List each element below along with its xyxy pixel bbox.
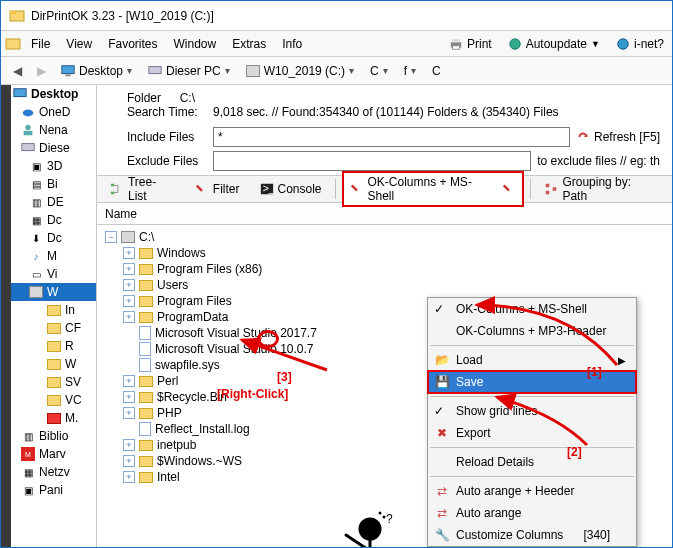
- sidebar-item[interactable]: ⬇Dc: [11, 229, 96, 247]
- expand-icon[interactable]: +: [123, 263, 135, 275]
- collapse-icon[interactable]: −: [105, 231, 117, 243]
- treelist-button[interactable]: Tree-List: [103, 172, 182, 206]
- grouping-button[interactable]: Grouping by: Path: [537, 172, 666, 206]
- menu-window[interactable]: Window: [166, 33, 225, 55]
- columns-dropdown-button[interactable]: OK-Columns + MS-Shell: [342, 171, 525, 207]
- tree-item[interactable]: +Users: [105, 277, 672, 293]
- sidebar-item[interactable]: ▥DE: [11, 193, 96, 211]
- sidebar-item[interactable]: Nena: [11, 121, 96, 139]
- sidebar-item[interactable]: ▦Dc: [11, 211, 96, 229]
- menubar: File View Favorites Window Extras Info P…: [1, 31, 672, 57]
- col-name[interactable]: Name: [105, 207, 137, 221]
- sidebar-item[interactable]: ▤Bi: [11, 175, 96, 193]
- expand-icon[interactable]: +: [123, 247, 135, 259]
- sidebar-item[interactable]: ▦Netzv: [11, 463, 96, 481]
- crumb-desktop[interactable]: Desktop▾: [55, 62, 138, 80]
- columns-context-menu: ✓OK-Columns + MS-Shell OK-Columns + MP3-…: [427, 297, 637, 547]
- menu-view[interactable]: View: [58, 33, 100, 55]
- tree-item-label: $Recycle.Bin: [157, 390, 227, 404]
- menu-file[interactable]: File: [23, 33, 58, 55]
- cloud-icon: [21, 105, 35, 119]
- expand-icon[interactable]: +: [123, 391, 135, 403]
- expand-icon[interactable]: +: [123, 439, 135, 451]
- sidebar-item[interactable]: SV: [11, 373, 96, 391]
- expand-icon[interactable]: +: [123, 407, 135, 419]
- save-icon: 💾: [434, 375, 450, 389]
- tree-root[interactable]: − C:\: [105, 229, 672, 245]
- print-button[interactable]: Print: [445, 35, 496, 53]
- sidebar-item[interactable]: R: [11, 337, 96, 355]
- filter-area: Include Files Refresh [F5] Exclude Files…: [97, 125, 672, 175]
- expand-icon[interactable]: +: [123, 279, 135, 291]
- sidebar-item[interactable]: MMarv: [11, 445, 96, 463]
- ctx-load[interactable]: 📂Load▶: [428, 349, 636, 371]
- svg-rect-9: [65, 74, 70, 76]
- refresh-button[interactable]: Refresh [F5]: [576, 130, 660, 144]
- sidebar-item[interactable]: W: [11, 355, 96, 373]
- ctx-customize[interactable]: 🔧Customize Columns[340]: [428, 524, 636, 546]
- sidebar-item[interactable]: ▥Biblio: [11, 427, 96, 445]
- tree-item-label: Microsoft Visual Studio 10.0.7: [155, 342, 314, 356]
- svg-rect-20: [546, 184, 549, 187]
- expand-icon[interactable]: +: [123, 311, 135, 323]
- separator: [430, 396, 634, 397]
- sidebar[interactable]: Desktop OneD Nena Diese ▣3D ▤Bi ▥DE ▦Dc …: [1, 85, 97, 547]
- crumb-c[interactable]: C: [426, 62, 447, 80]
- sidebar-item-desktop[interactable]: Desktop: [11, 85, 96, 103]
- library-icon: ▥: [21, 429, 35, 443]
- menu-extras[interactable]: Extras: [224, 33, 274, 55]
- sidebar-item-selected[interactable]: W: [11, 283, 96, 301]
- sidebar-item[interactable]: ▭Vi: [11, 265, 96, 283]
- sidebar-item[interactable]: Diese: [11, 139, 96, 157]
- download-icon: ⬇: [29, 231, 43, 245]
- menu-favorites[interactable]: Favorites: [100, 33, 165, 55]
- ctx-ok-mp3[interactable]: OK-Columns + MP3-Header: [428, 320, 636, 342]
- sidebar-item[interactable]: ♪M: [11, 247, 96, 265]
- crumb-drive[interactable]: W10_2019 (C:)▾: [240, 62, 360, 80]
- sidebar-item[interactable]: VC: [11, 391, 96, 409]
- sidebar-scrollbar[interactable]: [1, 85, 11, 547]
- ctx-export[interactable]: ✖Export: [428, 422, 636, 444]
- sidebar-item[interactable]: ▣3D: [11, 157, 96, 175]
- drive-icon: [121, 231, 135, 243]
- sidebar-item[interactable]: CF: [11, 319, 96, 337]
- menu-info[interactable]: Info: [274, 33, 310, 55]
- folder-icon: [139, 472, 153, 483]
- file-icon: [139, 342, 151, 356]
- tree-item[interactable]: +Windows: [105, 245, 672, 261]
- ctx-reload[interactable]: Reload Details: [428, 451, 636, 473]
- ctx-ok-msshell[interactable]: ✓OK-Columns + MS-Shell: [428, 298, 636, 320]
- view-toolbar: Tree-List Filter >_ Console OK-Columns +…: [97, 175, 672, 203]
- ctx-autoarrange-header[interactable]: ⇄Auto arange + Heeder: [428, 480, 636, 502]
- include-input[interactable]: [213, 127, 570, 147]
- window-title: DirPrintOK 3.23 - [W10_2019 (C:)]: [31, 9, 214, 23]
- globe-icon: [508, 37, 522, 51]
- sidebar-item[interactable]: OneD: [11, 103, 96, 121]
- expand-icon[interactable]: +: [123, 471, 135, 483]
- sidebar-item[interactable]: In: [11, 301, 96, 319]
- crumb-f[interactable]: f▾: [398, 62, 422, 80]
- chevron-down-icon: ▼: [591, 39, 600, 49]
- svg-rect-10: [149, 66, 161, 73]
- sidebar-item[interactable]: ▣Pani: [11, 481, 96, 499]
- autoupdate-button[interactable]: Autoupdate ▼: [504, 35, 604, 53]
- ctx-gridlines[interactable]: ✓Show grid lines: [428, 400, 636, 422]
- inet-label: i-net?: [634, 37, 664, 51]
- expand-icon[interactable]: +: [123, 375, 135, 387]
- expand-icon[interactable]: +: [123, 295, 135, 307]
- crumb-root[interactable]: C▾: [364, 62, 394, 80]
- ctx-save[interactable]: 💾Save: [428, 371, 636, 393]
- nav-back-button[interactable]: ◀: [7, 64, 27, 78]
- picture-icon: ▤: [29, 177, 43, 191]
- sidebar-item[interactable]: M.: [11, 409, 96, 427]
- exclude-input[interactable]: [213, 151, 531, 171]
- desktop-icon: [13, 87, 27, 101]
- crumb-pc[interactable]: Dieser PC▾: [142, 62, 236, 80]
- inet-button[interactable]: i-net?: [612, 35, 668, 53]
- console-button[interactable]: >_ Console: [253, 179, 329, 199]
- tree-item[interactable]: +Program Files (x86): [105, 261, 672, 277]
- nav-fwd-button[interactable]: ▶: [31, 64, 51, 78]
- ctx-autoarrange[interactable]: ⇄Auto arange: [428, 502, 636, 524]
- expand-icon[interactable]: +: [123, 455, 135, 467]
- filter-button[interactable]: Filter: [188, 179, 247, 199]
